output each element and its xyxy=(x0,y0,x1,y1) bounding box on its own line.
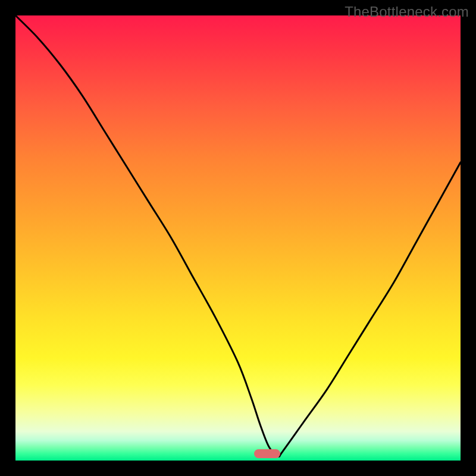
bottleneck-curve xyxy=(15,15,461,461)
optimal-marker xyxy=(254,449,280,458)
chart-area xyxy=(15,15,461,461)
